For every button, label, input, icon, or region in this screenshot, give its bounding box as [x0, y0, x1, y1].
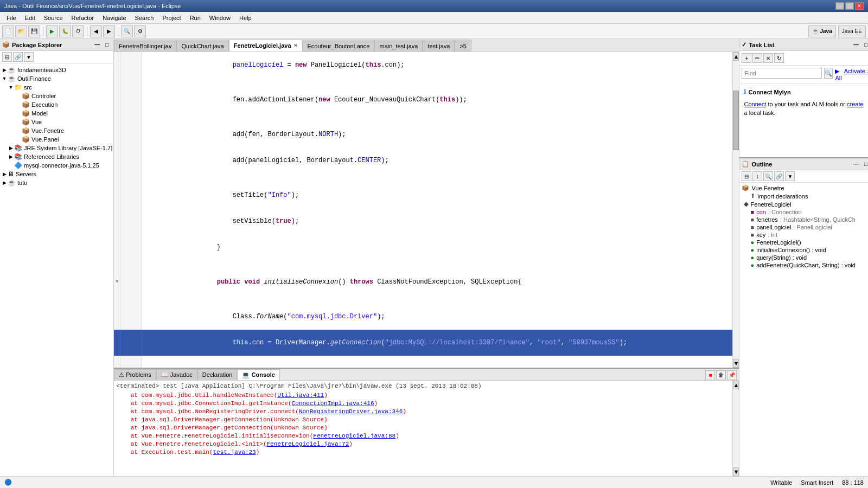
tree-item-jre[interactable]: ▶ 📚 JRE System Library [JavaSE-1.7] — [0, 144, 113, 152]
task-list-max-btn[interactable]: □ — [861, 41, 868, 49]
console-scroll[interactable]: <terminated> test [Java Application] C:\… — [114, 381, 732, 476]
tab-fenetrelogiciel[interactable]: FenetreLogiciel.java ✕ — [229, 40, 303, 52]
console-clear-btn[interactable]: 🗑 — [716, 370, 726, 380]
tree-item-model[interactable]: ▶ 📦 Model — [0, 109, 113, 118]
outline-min-btn[interactable]: — — [852, 160, 860, 169]
link-with-editor-btn[interactable]: 🔗 — [13, 52, 23, 62]
close-button[interactable]: ✕ — [855, 2, 864, 10]
outline-item-initialise[interactable]: ● initialiseConnexion() : void — [739, 246, 868, 254]
scroll-down-btn[interactable]: ▼ — [733, 359, 739, 368]
console-link-7[interactable]: FenetreLogiciel.java:72 — [266, 441, 349, 447]
menu-project[interactable]: Project — [158, 14, 185, 22]
tool-refs[interactable]: ⚙ — [134, 25, 146, 37]
collapse-all-btn[interactable]: ⊟ — [2, 52, 12, 62]
tree-item-controler[interactable]: ▶ 📦 Controler — [0, 92, 113, 100]
panel-maximize-btn[interactable]: □ — [103, 41, 111, 49]
tree-item-vuepanel[interactable]: ▶ 📦 Vue.Panel — [0, 135, 113, 144]
outline-item-con[interactable]: ■ con : Connection — [739, 208, 868, 216]
outline-actions[interactable]: — □ — [852, 160, 868, 169]
package-tree[interactable]: ▶ ☕ fondamenteaux3D ▼ ☕ OutilFinance ▼ 📁… — [0, 63, 113, 476]
menu-file[interactable]: File — [2, 14, 21, 22]
outline-item-query[interactable]: ● query(String) : void — [739, 254, 868, 261]
console-link-1[interactable]: Util.java:411 — [277, 392, 324, 399]
console-link-8[interactable]: test.java:23 — [213, 449, 256, 455]
outline-sync-btn[interactable]: 🔗 — [774, 171, 784, 181]
code-scroll[interactable]: panelLogiciel = new PanelLogiciel(this.c… — [114, 52, 732, 368]
tool-debug[interactable]: 🐛 — [59, 25, 71, 37]
menu-source[interactable]: Source — [40, 14, 67, 22]
new-task-btn[interactable]: + — [742, 53, 751, 63]
perspective-javaee[interactable]: Java EE — [838, 25, 866, 37]
outline-tree[interactable]: 📦 Vue.Fenetre ⬆ import declarations ◆ Fe… — [739, 183, 868, 476]
tool-open[interactable]: 📂 — [15, 25, 27, 37]
menu-run[interactable]: Run — [186, 14, 205, 22]
view-menu-btn[interactable]: ▼ — [24, 52, 34, 62]
panel-minimize-btn[interactable]: — — [93, 41, 101, 49]
tree-item-vue[interactable]: ▶ 📦 Vue — [0, 118, 113, 126]
tree-item-vuefenetre[interactable]: ▶ 📦 Vue.Fenetre — [0, 126, 113, 135]
console-scroll-up[interactable]: ▲ — [733, 381, 739, 389]
tool-save[interactable]: 💾 — [28, 25, 40, 37]
filter-all-btn[interactable]: ▶ All — [835, 68, 841, 81]
maximize-button[interactable]: □ — [845, 2, 854, 10]
outline-item-panellogiciel[interactable]: ■ panelLogiciel : PanelLogiciel — [739, 223, 868, 231]
outline-item-key[interactable]: ■ key : int — [739, 231, 868, 239]
tree-item-tutu[interactable]: ▶ ☕ tutu — [0, 178, 113, 187]
menu-navigate[interactable]: Navigate — [98, 14, 130, 22]
tree-item-reflibs[interactable]: ▶ 📚 Referenced Libraries — [0, 152, 113, 161]
outline-item-vue-fenetre[interactable]: 📦 Vue.Fenetre — [739, 184, 868, 192]
panel-actions[interactable]: — □ — [93, 41, 111, 49]
tree-item-outilfinance[interactable]: ▼ ☕ OutilFinance — [0, 74, 113, 83]
outline-item-addfenetre[interactable]: ● addFenetre(QuickChart, String) : void — [739, 261, 868, 269]
tab-problems[interactable]: ⚠ Problems — [114, 369, 156, 380]
tool-run[interactable]: ▶ — [46, 25, 58, 37]
task-list-actions[interactable]: — □ — [852, 41, 868, 49]
outline-item-fenetres[interactable]: ■ fenetres : Hashtable<String, QuickCh — [739, 216, 868, 223]
create-link[interactable]: create — [847, 101, 864, 107]
tab-test[interactable]: test.java — [423, 40, 455, 52]
console-link-3[interactable]: NonRegisteringDriver.java:346 — [299, 408, 403, 415]
delete-task-btn[interactable]: ✕ — [763, 53, 773, 63]
tab-javadoc[interactable]: 📖 Javadoc — [156, 369, 197, 380]
task-list-min-btn[interactable]: — — [852, 41, 860, 49]
task-search-input[interactable] — [742, 68, 822, 79]
window-controls[interactable]: — □ ✕ — [835, 2, 864, 10]
outline-item-constructor[interactable]: ● FenetreLogiciel() — [739, 239, 868, 246]
minimize-button[interactable]: — — [835, 2, 844, 10]
tab-fenetre-bollinger[interactable]: FenetreBollinger.jav — [114, 40, 176, 52]
menu-window[interactable]: Window — [205, 14, 235, 22]
editor-tabs[interactable]: FenetreBollinger.jav QuickChart.java Fen… — [114, 39, 739, 52]
perspective-java[interactable]: ☕ Java — [808, 25, 836, 37]
sync-task-btn[interactable]: ↻ — [774, 53, 784, 63]
scroll-up-btn[interactable]: ▲ — [733, 52, 739, 61]
tree-item-mysql[interactable]: ▶ 🔷 mysql-connector-java-5.1.25 — [0, 161, 113, 170]
search-icon[interactable]: 🔍 — [824, 68, 833, 79]
tool-prev[interactable]: ◀ — [90, 25, 102, 37]
tab-console[interactable]: 💻 Console — [237, 369, 279, 380]
outline-filter-btn[interactable]: 🔍 — [763, 171, 773, 181]
connect-link[interactable]: Connect — [744, 101, 766, 107]
tab-quickchart[interactable]: QuickChart.java — [176, 40, 228, 52]
tab-main-test[interactable]: main_test.java — [374, 40, 423, 52]
outline-max-btn[interactable]: □ — [861, 160, 868, 169]
console-terminate-btn[interactable]: ■ — [705, 370, 715, 380]
tool-profile[interactable]: ⏱ — [72, 25, 84, 37]
code-editor[interactable]: panelLogiciel = new PanelLogiciel(this.c… — [114, 52, 732, 368]
outline-sort-btn[interactable]: ↕ — [752, 171, 762, 181]
tool-next[interactable]: ▶ — [103, 25, 115, 37]
tree-item-src[interactable]: ▼ 📁 src — [0, 83, 113, 92]
scroll-thumb[interactable] — [733, 91, 739, 150]
collapse-btn[interactable]: ▼ — [114, 269, 120, 295]
tree-item-fondamenteaux3d[interactable]: ▶ ☕ fondamenteaux3D — [0, 66, 113, 74]
console-link-2[interactable]: ConnectionImpl.java:416 — [292, 400, 374, 407]
console-pin-btn[interactable]: 📌 — [727, 370, 737, 380]
editor-scrollbar-v[interactable]: ▲ ▼ — [732, 52, 739, 368]
menu-edit[interactable]: Edit — [21, 14, 40, 22]
outline-item-class[interactable]: ◆ FenetreLogiciel — [739, 200, 868, 208]
tree-item-execution[interactable]: ▶ 📦 Execution — [0, 100, 113, 109]
menu-help[interactable]: Help — [235, 14, 256, 22]
edit-task-btn[interactable]: ✏ — [752, 53, 762, 63]
tab-close-icon[interactable]: ✕ — [293, 43, 298, 48]
tab-more[interactable]: >5 — [455, 40, 471, 52]
tool-search[interactable]: 🔍 — [121, 25, 133, 37]
